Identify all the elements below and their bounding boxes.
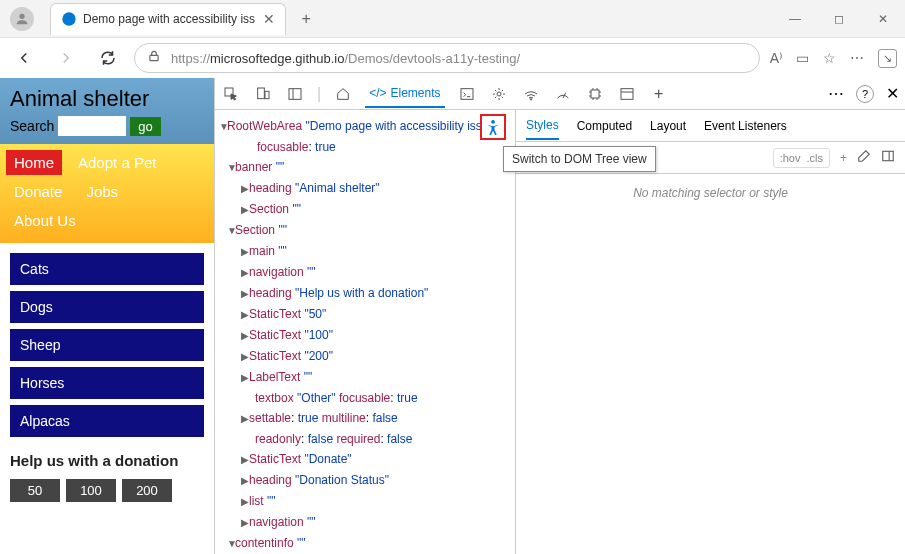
donation-50[interactable]: 50 [10,479,60,502]
application-icon[interactable] [617,84,637,104]
brush-icon[interactable] [857,149,871,166]
animal-list: Cats Dogs Sheep Horses Alpacas [0,243,214,447]
donation-100[interactable]: 100 [66,479,116,502]
tab-styles[interactable]: Styles [526,112,559,140]
svg-rect-5 [265,91,269,98]
inspect-icon[interactable] [221,84,241,104]
sources-icon[interactable] [489,84,509,104]
page-title: Animal shelter [10,86,204,112]
tab-event-listeners[interactable]: Event Listeners [704,113,787,139]
back-button[interactable] [8,42,40,74]
close-window-button[interactable]: ✕ [861,0,905,38]
page-header: Animal shelter Search go [0,78,214,144]
svg-point-9 [497,92,501,96]
svg-point-1 [62,12,75,25]
tab-computed[interactable]: Computed [577,113,632,139]
tab-close-icon[interactable]: ✕ [263,11,275,27]
app-menu-icon[interactable]: ↘ [878,49,897,68]
svg-rect-12 [591,90,599,98]
window-titlebar: Demo page with accessibility iss ✕ + — ◻… [0,0,905,38]
dock-icon[interactable] [285,84,305,104]
main-nav: Home Adopt a Pet Donate Jobs About Us [0,144,214,243]
browser-tab[interactable]: Demo page with accessibility iss ✕ [50,3,286,35]
svg-point-17 [491,120,495,124]
nav-about[interactable]: About Us [6,208,84,233]
forward-button[interactable] [50,42,82,74]
svg-rect-15 [883,151,894,160]
nav-donate[interactable]: Donate [6,179,70,204]
go-button[interactable]: go [130,117,160,136]
nav-home[interactable]: Home [6,150,62,175]
hov-toggle[interactable]: :hov [780,152,801,164]
donation-200[interactable]: 200 [122,479,172,502]
tooltip: Switch to DOM Tree view [503,146,656,172]
cls-toggle[interactable]: .cls [806,152,823,164]
console-icon[interactable] [457,84,477,104]
help-icon[interactable]: ? [856,85,874,103]
svg-rect-4 [258,88,265,99]
list-item[interactable]: Alpacas [10,405,204,437]
tab-title: Demo page with accessibility iss [83,12,255,26]
page-content: Animal shelter Search go Home Adopt a Pe… [0,78,214,554]
lock-icon [147,49,161,67]
accessibility-tree[interactable]: ▼RootWebArea "Demo page with accessibili… [215,110,515,554]
code-icon: </> [369,86,386,100]
reader-icon[interactable]: ▭ [796,50,809,66]
svg-rect-2 [150,55,158,60]
read-aloud-icon[interactable]: A⁾ [770,50,782,66]
new-tab-button[interactable]: + [292,5,320,33]
svg-rect-8 [461,88,473,99]
styles-tabs: Styles Computed Layout Event Listeners [516,110,905,142]
list-item[interactable]: Horses [10,367,204,399]
url-text: https://microsoftedge.github.io/Demos/de… [171,51,520,66]
svg-point-10 [530,98,531,99]
devtools-panel: | </> Elements + ⋯ ? ✕ ▼RootWebArea "Dem… [214,78,905,554]
svg-rect-6 [289,88,301,99]
list-item[interactable]: Cats [10,253,204,285]
profile-avatar[interactable] [10,7,34,31]
device-icon[interactable] [253,84,273,104]
maximize-button[interactable]: ◻ [817,0,861,38]
nav-adopt[interactable]: Adopt a Pet [70,150,164,175]
elements-tab[interactable]: </> Elements [365,80,444,108]
search-label: Search [10,118,54,134]
window-controls: — ◻ ✕ [773,0,905,38]
settings-menu-icon[interactable]: ⋯ [850,50,864,66]
list-item[interactable]: Sheep [10,329,204,361]
svg-point-0 [19,13,24,18]
devtools-close-icon[interactable]: ✕ [886,84,899,103]
more-icon[interactable]: ⋯ [828,84,844,103]
donation-section: Help us with a donation 50 100 200 [0,447,214,506]
address-bar: https://microsoftedge.github.io/Demos/de… [0,38,905,78]
refresh-button[interactable] [92,42,124,74]
welcome-icon[interactable] [333,84,353,104]
favorite-icon[interactable]: ☆ [823,50,836,66]
more-tabs-icon[interactable]: + [649,84,669,104]
new-style-icon[interactable]: + [840,151,847,165]
list-item[interactable]: Dogs [10,291,204,323]
svg-rect-13 [621,88,633,99]
minimize-button[interactable]: — [773,0,817,38]
url-input[interactable]: https://microsoftedge.github.io/Demos/de… [134,43,760,73]
performance-icon[interactable] [553,84,573,104]
network-icon[interactable] [521,84,541,104]
styles-empty-message: No matching selector or style [516,174,905,554]
donation-heading: Help us with a donation [10,451,204,471]
devtools-toolbar: | </> Elements + ⋯ ? ✕ [215,78,905,110]
memory-icon[interactable] [585,84,605,104]
computed-toggle-icon[interactable] [881,149,895,166]
nav-jobs[interactable]: Jobs [78,179,126,204]
edge-icon [61,11,77,27]
accessibility-tree-toggle[interactable] [480,114,506,140]
styles-panel: Styles Computed Layout Event Listeners :… [515,110,905,554]
search-input[interactable] [58,116,126,136]
tab-layout[interactable]: Layout [650,113,686,139]
